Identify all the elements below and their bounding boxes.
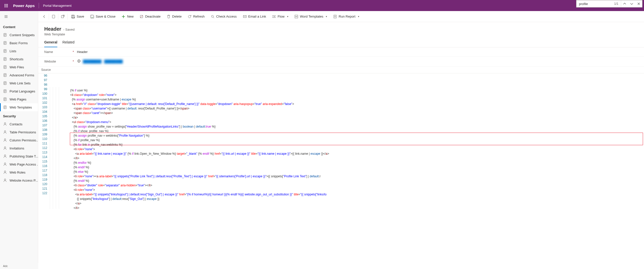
svg-point-15 (4, 163, 6, 164)
code-line[interactable]: <a href="#" class="dropdown-toggle" titl… (50, 100, 644, 105)
sidebar-item-table-permissions[interactable]: Table Permissions (0, 128, 38, 136)
sidebar-item-web-templates[interactable]: Web Templates (0, 103, 38, 111)
nav-item-label: Web Roles (10, 171, 25, 174)
svg-rect-24 (334, 15, 336, 18)
code-line[interactable]: {% else %} (50, 168, 644, 173)
save-close-label: Save & Close (96, 15, 116, 18)
nav-toggle-button[interactable] (0, 11, 38, 22)
popout-icon (61, 15, 65, 19)
open-new-window-button[interactable] (59, 13, 67, 21)
name-field-label: Name (44, 50, 53, 54)
save-close-icon (90, 15, 94, 19)
code-line[interactable]: <ul class="dropdown-menu"> (50, 119, 644, 123)
code-line[interactable]: <li role="none"><a aria-label="{{ snippe… (50, 173, 644, 177)
sidebar-item-advanced-forms[interactable]: Advanced Forms (0, 71, 38, 79)
new-button[interactable]: New (118, 11, 136, 22)
sidebar-item-content-snippets[interactable]: Content Snippets (0, 31, 38, 39)
brand-name[interactable]: Power Apps (12, 4, 39, 8)
svg-rect-19 (61, 16, 64, 18)
code-editor[interactable]: 9697989910010110210310410510610710810911… (38, 73, 644, 209)
nav-item-label: Publishing State T... (10, 154, 38, 158)
code-line[interactable]: {% assign show_profile_nav = settings["H… (50, 123, 644, 128)
code-line[interactable]: {{ snippets["links/logout"] | default:re… (50, 195, 644, 200)
code-line[interactable]: </a> (50, 114, 644, 119)
code-line[interactable]: <li class="divider" role="separator" ari… (50, 182, 644, 186)
code-line[interactable]: {% endfor %} (50, 159, 644, 164)
app-header: Power Apps Portal Management 1/1 (0, 0, 644, 11)
chevron-up-icon (623, 2, 627, 6)
search-icon (211, 15, 215, 19)
nav-item-label: Portal Languages (10, 89, 35, 93)
nav-item-icon (3, 81, 7, 85)
code-line[interactable]: <span class="username">{{ username | def… (50, 105, 644, 110)
sidebar-item-publishing-state-transitions[interactable]: Publishing State T... (0, 152, 38, 160)
svg-point-10 (4, 123, 6, 124)
sidebar-item-shortcuts[interactable]: Shortcuts (0, 55, 38, 63)
code-line[interactable]: {% assign profile_nav = weblinks["Profil… (50, 132, 644, 137)
refresh-button[interactable]: Refresh (185, 11, 208, 22)
tab-general[interactable]: General (44, 40, 57, 47)
word-templates-button[interactable]: Word Templates▾ (291, 11, 330, 22)
deactivate-icon (140, 15, 144, 19)
divider (49, 14, 49, 20)
find-prev-button[interactable] (621, 0, 628, 7)
save-close-button[interactable]: Save & Close (87, 11, 119, 22)
tab-related[interactable]: Related (62, 40, 74, 47)
code-line[interactable]: {% if user %} (50, 87, 644, 91)
sidebar-item-portal-languages[interactable]: Portal Languages (0, 87, 38, 95)
code-line[interactable]: {% assign username=user.fullname | escap… (50, 96, 644, 100)
email-link-button[interactable]: Email a Link (240, 11, 269, 22)
nav-item-icon (3, 57, 7, 61)
name-field-value[interactable]: Header (77, 50, 88, 54)
arrow-left-icon (42, 15, 46, 19)
website-field-label: Website (44, 60, 56, 63)
nav-item-label: Lists (10, 49, 16, 53)
field-row-website: Website* ████████ · ████████ (38, 57, 644, 67)
code-line[interactable]: <a aria-label="{{ link.name | escape }}"… (50, 150, 644, 155)
sidebar-item-basic-forms[interactable]: Basic Forms (0, 39, 38, 47)
sidebar-item-website-access[interactable]: Website Access P... (0, 176, 38, 184)
svg-point-17 (4, 179, 6, 180)
sidebar-item-contacts[interactable]: Contacts (0, 120, 38, 128)
sidebar-item-web-roles[interactable]: Web Roles (0, 168, 38, 176)
code-line[interactable]: <a aria-label="{{ snippets["links/logout… (50, 191, 644, 195)
code-line[interactable]: {% endif %} (50, 164, 644, 168)
nav-item-icon (3, 97, 7, 101)
back-button[interactable] (40, 13, 48, 21)
delete-button[interactable]: Delete (164, 11, 185, 22)
flow-button[interactable]: Flow▾ (269, 11, 291, 22)
nav-item-label: Web Link Sets (10, 81, 31, 85)
nav-item-icon (3, 154, 7, 158)
sidebar-item-invitations[interactable]: Invitations (0, 144, 38, 152)
line-number-gutter: 9697989910010110210310410510610710810911… (38, 73, 50, 209)
code-content[interactable]: {% if user %} <li class="dropdown" role=… (50, 73, 644, 209)
website-field-value[interactable]: ████████ · ████████ (77, 59, 123, 64)
app-launcher-button[interactable] (0, 0, 12, 11)
close-icon (637, 2, 641, 6)
save-button[interactable]: Save (68, 11, 87, 22)
deactivate-button[interactable]: Deactivate (136, 11, 163, 22)
sidebar-item-column-permissions[interactable]: Column Permissio... (0, 136, 38, 144)
code-line[interactable]: <li class="dropdown" role="none"> (50, 91, 644, 96)
save-icon (71, 15, 75, 19)
code-line[interactable]: </li> (50, 204, 644, 209)
report-icon (333, 15, 337, 19)
check-access-button[interactable]: Check Access (208, 11, 240, 22)
code-line[interactable]: {% for link in profile_nav.weblinks %} (50, 141, 644, 146)
find-result-count: 1/1 (612, 2, 621, 6)
nav-item-icon (3, 49, 7, 53)
run-report-button[interactable]: Run Report▾ (330, 11, 362, 22)
sidebar-item-web-pages[interactable]: Web Pages (0, 95, 38, 103)
sidebar-item-web-files[interactable]: Web Files (0, 63, 38, 71)
nav-item-icon (3, 162, 7, 166)
code-line[interactable]: <li role="none"> (50, 146, 644, 150)
sidebar-item-web-link-sets[interactable]: Web Link Sets (0, 79, 38, 87)
find-close-button[interactable] (635, 0, 642, 7)
open-record-set-button[interactable] (50, 13, 58, 21)
sidebar-item-web-page-access[interactable]: Web Page Access ... (0, 160, 38, 168)
find-next-button[interactable] (628, 0, 635, 7)
find-input[interactable] (576, 0, 612, 7)
word-icon (294, 15, 298, 19)
nav-item-icon (3, 41, 7, 45)
sidebar-item-lists[interactable]: Lists (0, 47, 38, 55)
